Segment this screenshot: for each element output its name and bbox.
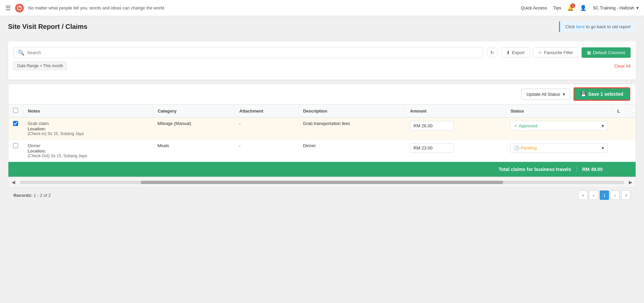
row-category: Mileage (Manual) bbox=[153, 118, 234, 140]
update-status-label: Update All Status bbox=[526, 92, 560, 97]
back-link-post: to go back to old report bbox=[585, 24, 631, 29]
header-status: Status bbox=[506, 104, 612, 118]
refresh-button[interactable]: ↻ bbox=[487, 47, 498, 58]
header-description: Description bbox=[298, 104, 405, 118]
search-input[interactable] bbox=[27, 50, 479, 55]
status-chevron-icon: ▾ bbox=[602, 145, 604, 150]
user-dropdown-icon[interactable]: ▾ bbox=[636, 5, 639, 10]
records-text: Records: 1 - 2 of 2 bbox=[13, 193, 51, 198]
filter-row: Date Range = This month Clear All bbox=[13, 61, 631, 70]
table-row: Grab claim Location: (Check-In) Ss 15, S… bbox=[8, 118, 636, 140]
search-box[interactable]: 🔍 bbox=[13, 47, 483, 58]
amount-input[interactable] bbox=[410, 121, 454, 131]
notes-location: Location: (Check-In) Ss 15, Subang Jaya bbox=[28, 127, 148, 136]
page-header: Site Visit Report / Claims Click here to… bbox=[0, 16, 644, 37]
clock-icon: 🕐 bbox=[514, 145, 521, 150]
notification-bell-icon[interactable]: 🔔 1 bbox=[567, 5, 574, 11]
next-page-button[interactable]: › bbox=[610, 190, 620, 200]
search-icon: 🔍 bbox=[18, 49, 25, 56]
table-header-row: Notes Category Attachment Description Am… bbox=[8, 104, 636, 118]
row-attachment: - bbox=[234, 140, 298, 162]
total-value: RM 49.00 bbox=[577, 167, 630, 172]
status-chevron-icon: ▾ bbox=[602, 123, 604, 128]
status-dropdown[interactable]: 🕐 Pending ▾ bbox=[510, 143, 608, 153]
header-amount: Amount bbox=[405, 104, 506, 118]
row-checkbox[interactable] bbox=[13, 143, 18, 148]
status-dropdown[interactable]: ✓ Approved ▾ bbox=[510, 121, 608, 131]
scroll-left-arrow[interactable]: ◀ bbox=[8, 178, 18, 186]
notes-location: Location: (Check-Out) Ss 15, Subang Jaya bbox=[28, 149, 148, 158]
clear-all-button[interactable]: Clear All bbox=[614, 63, 631, 69]
scroll-thumb bbox=[141, 181, 503, 184]
save-selected-label: Save 1 selected bbox=[588, 91, 623, 97]
navbar: ☰ No matter what people tell you, words … bbox=[0, 0, 644, 16]
row-amount[interactable] bbox=[405, 118, 506, 140]
header-notes: Notes bbox=[23, 104, 153, 118]
back-link-pre: Click bbox=[565, 24, 576, 29]
row-status[interactable]: ✓ Approved ▾ bbox=[506, 118, 612, 140]
quick-access-link[interactable]: Quick Access bbox=[521, 5, 547, 10]
default-columns-button[interactable]: ▦ Default Columns bbox=[582, 47, 631, 58]
date-range-filter-tag[interactable]: Date Range = This month bbox=[13, 61, 67, 70]
row-checkbox-cell[interactable] bbox=[8, 140, 23, 162]
total-row: Total claims for business travels RM 49.… bbox=[8, 162, 636, 177]
row-notes: Dinner Location: (Check-Out) Ss 15, Suba… bbox=[23, 140, 153, 162]
claims-table: Notes Category Attachment Description Am… bbox=[8, 104, 636, 162]
update-all-status-button[interactable]: Update All Status ▾ bbox=[521, 89, 570, 100]
row-notes: Grab claim Location: (Check-In) Ss 15, S… bbox=[23, 118, 153, 140]
row-status[interactable]: 🕐 Pending ▾ bbox=[506, 140, 612, 162]
columns-icon: ▦ bbox=[587, 50, 591, 55]
header-checkbox-cell bbox=[8, 104, 23, 118]
row-description: Grab transportation fees bbox=[298, 118, 405, 140]
export-button[interactable]: ⬇ Export bbox=[501, 47, 530, 58]
pagination: « ‹ 1 › » bbox=[578, 190, 631, 200]
export-label: Export bbox=[512, 50, 525, 55]
user-menu[interactable]: SC Training - Hafizah ▾ bbox=[593, 5, 639, 10]
location-value: (Check-Out) Ss 15, Subang Jaya bbox=[28, 154, 87, 158]
records-bar: Records: 1 - 2 of 2 « ‹ 1 › » bbox=[8, 188, 636, 203]
tips-link[interactable]: Tips bbox=[553, 5, 561, 10]
update-status-dropdown-icon: ▾ bbox=[563, 92, 565, 97]
select-all-checkbox[interactable] bbox=[13, 108, 18, 113]
app-logo bbox=[15, 3, 24, 13]
hamburger-menu-icon[interactable]: ☰ bbox=[5, 4, 11, 12]
row-checkbox[interactable] bbox=[13, 121, 18, 126]
page-title: Site Visit Report / Claims bbox=[8, 23, 87, 31]
first-page-button[interactable]: « bbox=[578, 190, 588, 200]
navbar-tagline: No matter what people tell you, words an… bbox=[28, 5, 165, 10]
notes-main: Dinner bbox=[28, 143, 148, 148]
row-checkbox-cell[interactable] bbox=[8, 118, 23, 140]
search-toolbar-card: 🔍 ↻ ⬇ Export ☆ Favourite Filter ▦ Defaul… bbox=[8, 41, 636, 80]
prev-page-button[interactable]: ‹ bbox=[589, 190, 598, 200]
last-page-button[interactable]: » bbox=[621, 190, 631, 200]
action-bar: Update All Status ▾ 💾 Save 1 selected bbox=[8, 84, 636, 104]
star-icon: ☆ bbox=[538, 50, 542, 55]
row-amount[interactable] bbox=[405, 140, 506, 162]
export-icon: ⬇ bbox=[506, 50, 510, 55]
favourite-filter-button[interactable]: ☆ Favourite Filter bbox=[533, 47, 578, 58]
location-label: Location: bbox=[28, 127, 46, 131]
row-extra bbox=[612, 140, 636, 162]
status-value: 🕐 Pending bbox=[514, 145, 537, 150]
save-selected-button[interactable]: 💾 Save 1 selected bbox=[573, 87, 630, 101]
user-name: SC Training - Hafizah bbox=[593, 5, 634, 10]
status-value: ✓ Approved bbox=[514, 123, 538, 128]
row-description: Dinner bbox=[298, 140, 405, 162]
scroll-track[interactable] bbox=[20, 181, 624, 184]
back-link-anchor[interactable]: here bbox=[576, 24, 585, 29]
page-1-button[interactable]: 1 bbox=[600, 190, 609, 200]
records-label: Records: bbox=[13, 193, 32, 198]
save-icon: 💾 bbox=[581, 91, 586, 97]
notes-main: Grab claim bbox=[28, 121, 148, 126]
total-label: Total claims for business travels bbox=[14, 167, 577, 172]
check-icon: ✓ bbox=[514, 123, 519, 128]
header-category: Category bbox=[153, 104, 234, 118]
header-extra: L bbox=[612, 104, 636, 118]
main-content: 🔍 ↻ ⬇ Export ☆ Favourite Filter ▦ Defaul… bbox=[0, 37, 644, 211]
scroll-right-arrow[interactable]: ▶ bbox=[626, 178, 636, 186]
row-extra bbox=[612, 118, 636, 140]
table-wrapper: Notes Category Attachment Description Am… bbox=[8, 104, 636, 188]
row-category: Meals bbox=[153, 140, 234, 162]
row-attachment: - bbox=[234, 118, 298, 140]
amount-input[interactable] bbox=[410, 143, 454, 153]
